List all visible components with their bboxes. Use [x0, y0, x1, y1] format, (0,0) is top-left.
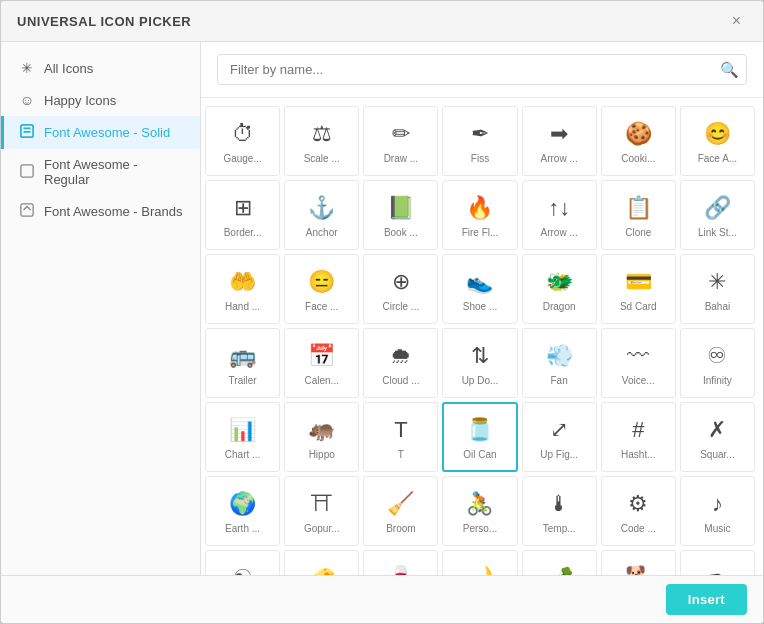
svg-rect-1: [21, 164, 33, 176]
icon-cell-37[interactable]: ⛩Gopur...: [284, 476, 359, 546]
icon-glyph-7: 😊: [704, 120, 731, 149]
icon-cell-47[interactable]: 🥕Carrot: [522, 550, 597, 575]
icon-glyph-31: T: [394, 416, 407, 445]
icon-cell-23[interactable]: 📅Calen...: [284, 328, 359, 398]
icon-cell-25[interactable]: ⇅Up Do...: [442, 328, 517, 398]
icon-label-27: Voice...: [606, 375, 671, 386]
icon-cell-19[interactable]: 🐲Dragon: [522, 254, 597, 324]
icon-glyph-12: ↑↓: [548, 194, 570, 223]
icon-label-15: Hand ...: [210, 301, 275, 312]
icon-cell-18[interactable]: 👟Shoe ...: [442, 254, 517, 324]
sidebar-item-font-awesome-regular[interactable]: Font Awesome - Regular: [1, 149, 200, 195]
search-input[interactable]: [217, 54, 747, 85]
icon-cell-14[interactable]: 🔗Link St...: [680, 180, 755, 250]
icon-glyph-29: 📊: [229, 416, 256, 445]
icon-glyph-26: 💨: [546, 342, 573, 371]
icon-label-20: Sd Card: [606, 301, 671, 312]
icon-glyph-42: ♪: [712, 490, 723, 519]
icon-cell-2[interactable]: ⚖Scale ...: [284, 106, 359, 176]
sidebar-item-font-awesome-brands[interactable]: Font Awesome - Brands: [1, 195, 200, 228]
icon-glyph-2: ⚖: [312, 120, 332, 149]
insert-button[interactable]: Insert: [666, 584, 747, 615]
icon-cell-35[interactable]: ✗Squar...: [680, 402, 755, 472]
icon-label-8: Border...: [210, 227, 275, 238]
sidebar-icon-happy-icons: ☺: [18, 92, 36, 108]
icon-cell-12[interactable]: ↑↓Arrow ...: [522, 180, 597, 250]
icon-cell-7[interactable]: 😊Face A...: [680, 106, 755, 176]
icon-cell-36[interactable]: 🌍Earth ...: [205, 476, 280, 546]
icon-cell-32[interactable]: 🫙Oil Can: [442, 402, 517, 472]
icon-label-41: Code ...: [606, 523, 671, 534]
sidebar-item-happy-icons[interactable]: ☺Happy Icons: [1, 84, 200, 116]
icon-cell-4[interactable]: ✒Fiss: [442, 106, 517, 176]
icon-glyph-4: ✒: [471, 120, 489, 149]
icon-label-19: Dragon: [527, 301, 592, 312]
icon-cell-9[interactable]: ⚓Anchor: [284, 180, 359, 250]
icon-cell-43[interactable]: ☯Yin Ya...: [205, 550, 280, 575]
icon-cell-38[interactable]: 🧹Broom: [363, 476, 438, 546]
icon-cell-33[interactable]: ⤢Up Fig...: [522, 402, 597, 472]
icon-cell-41[interactable]: ⚙Code ...: [601, 476, 676, 546]
icon-cell-24[interactable]: 🌧Cloud ...: [363, 328, 438, 398]
icon-picker-modal: UNIVERSAL ICON PICKER × ✳All Icons☺Happy…: [0, 0, 764, 624]
icons-grid: ⏱Gauge...⚖Scale ...✏Draw ...✒Fiss➡Arrow …: [205, 106, 755, 575]
icon-cell-40[interactable]: 🌡Temp...: [522, 476, 597, 546]
icon-label-16: Face ...: [289, 301, 354, 312]
icon-cell-48[interactable]: 🐕Dog: [601, 550, 676, 575]
icon-label-12: Arrow ...: [527, 227, 592, 238]
icon-cell-1[interactable]: ⏱Gauge...: [205, 106, 280, 176]
icon-label-6: Cooki...: [606, 153, 671, 164]
icon-label-31: T: [368, 449, 433, 460]
icon-cell-26[interactable]: 💨Fan: [522, 328, 597, 398]
search-button[interactable]: 🔍: [720, 61, 739, 79]
sidebar-item-all-icons[interactable]: ✳All Icons: [1, 52, 200, 84]
icon-cell-22[interactable]: 🚌Trailer: [205, 328, 280, 398]
icon-cell-27[interactable]: 〰Voice...: [601, 328, 676, 398]
icon-glyph-22: 🚌: [229, 342, 256, 371]
content-area: 🔍 ⏱Gauge...⚖Scale ...✏Draw ...✒Fiss➡Arro…: [201, 42, 763, 575]
icon-cell-13[interactable]: 📋Clone: [601, 180, 676, 250]
icon-glyph-16: 😑: [308, 268, 335, 297]
icon-cell-21[interactable]: ✳Bahai: [680, 254, 755, 324]
sidebar-icon-all-icons: ✳: [18, 60, 36, 76]
icon-cell-30[interactable]: 🦛Hippo: [284, 402, 359, 472]
icon-cell-20[interactable]: 💳Sd Card: [601, 254, 676, 324]
icon-cell-8[interactable]: ⊞Border...: [205, 180, 280, 250]
icon-glyph-20: 💳: [625, 268, 652, 297]
icon-cell-31[interactable]: TT: [363, 402, 438, 472]
icon-cell-44[interactable]: 🧀Cheese: [284, 550, 359, 575]
icon-cell-15[interactable]: 🤲Hand ...: [205, 254, 280, 324]
icon-glyph-43: ☯: [233, 564, 253, 575]
icon-cell-17[interactable]: ⊕Circle ...: [363, 254, 438, 324]
icon-glyph-11: 🔥: [466, 194, 493, 223]
icon-cell-3[interactable]: ✏Draw ...: [363, 106, 438, 176]
icon-glyph-17: ⊕: [392, 268, 410, 297]
icon-cell-49[interactable]: ✒Wand...: [680, 550, 755, 575]
icon-cell-11[interactable]: 🔥Fire Fl...: [442, 180, 517, 250]
modal-footer: Insert: [1, 575, 763, 623]
search-input-wrap: 🔍: [217, 54, 747, 85]
icon-label-26: Fan: [527, 375, 592, 386]
sidebar-label-all-icons: All Icons: [44, 61, 93, 76]
icons-grid-wrapper[interactable]: ⏱Gauge...⚖Scale ...✏Draw ...✒Fiss➡Arrow …: [201, 98, 763, 575]
icon-cell-39[interactable]: 🚴Perso...: [442, 476, 517, 546]
icon-cell-34[interactable]: #Hasht...: [601, 402, 676, 472]
icon-label-35: Squar...: [685, 449, 750, 460]
icon-label-9: Anchor: [289, 227, 354, 238]
icon-cell-28[interactable]: ♾Infinity: [680, 328, 755, 398]
icon-cell-42[interactable]: ♪Music: [680, 476, 755, 546]
icon-cell-6[interactable]: 🍪Cooki...: [601, 106, 676, 176]
icon-cell-45[interactable]: 🍷Wine ...: [363, 550, 438, 575]
modal-title: UNIVERSAL ICON PICKER: [17, 14, 191, 29]
sidebar-item-font-awesome-solid[interactable]: Font Awesome - Solid: [1, 116, 200, 149]
icon-cell-46[interactable]: 🌙Moon: [442, 550, 517, 575]
icon-label-14: Link St...: [685, 227, 750, 238]
icon-glyph-8: ⊞: [234, 194, 252, 223]
icon-cell-10[interactable]: 📗Book ...: [363, 180, 438, 250]
icon-cell-16[interactable]: 😑Face ...: [284, 254, 359, 324]
icon-label-4: Fiss: [447, 153, 512, 164]
close-button[interactable]: ×: [726, 11, 747, 31]
icon-glyph-40: 🌡: [548, 490, 570, 519]
icon-cell-5[interactable]: ➡Arrow ...: [522, 106, 597, 176]
icon-cell-29[interactable]: 📊Chart ...: [205, 402, 280, 472]
